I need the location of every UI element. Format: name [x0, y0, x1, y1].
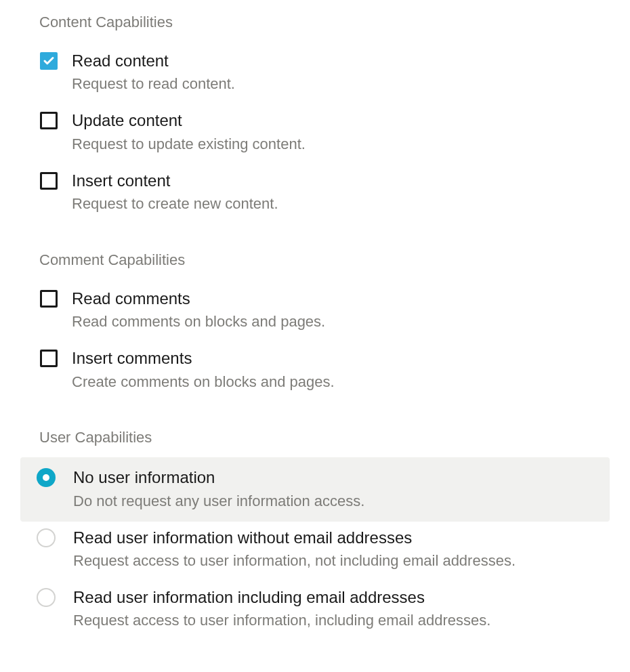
read-comments-text: Read comments Read comments on blocks an… — [72, 288, 610, 333]
insert-comments-text: Insert comments Create comments on block… — [72, 348, 610, 392]
comment-capabilities-header: Comment Capabilities — [20, 251, 610, 269]
read-user-with-email-desc: Request access to user information, incl… — [73, 610, 610, 631]
read-user-with-email-text: Read user information including email ad… — [73, 587, 610, 631]
insert-content-desc: Request to create new content. — [72, 193, 610, 215]
update-content-title: Update content — [72, 110, 610, 131]
read-content-checkbox[interactable] — [39, 51, 58, 70]
check-icon — [43, 55, 55, 67]
no-user-info-title: No user information — [73, 467, 610, 488]
read-comments-desc: Read comments on blocks and pages. — [72, 311, 610, 333]
read-user-no-email-radio[interactable] — [37, 528, 56, 547]
read-comments-title: Read comments — [72, 288, 610, 310]
read-user-no-email-desc: Request access to user information, not … — [73, 550, 610, 572]
insert-content-text: Insert content Request to create new con… — [72, 170, 610, 215]
update-content-text: Update content Request to update existin… — [72, 110, 610, 154]
read-user-with-email-radio[interactable] — [37, 588, 56, 607]
insert-content-title: Insert content — [72, 170, 610, 192]
insert-comments-title: Insert comments — [72, 348, 610, 369]
user-capabilities-header: User Capabilities — [20, 429, 610, 446]
read-user-with-email-option[interactable]: Read user information including email ad… — [20, 583, 610, 642]
update-content-checkbox[interactable] — [39, 111, 58, 130]
insert-comments-checkbox[interactable] — [39, 349, 58, 368]
read-content-text: Read content Request to read content. — [72, 50, 610, 95]
read-user-no-email-text: Read user information without email addr… — [73, 527, 610, 572]
read-content-desc: Request to read content. — [72, 73, 610, 95]
insert-comments-desc: Create comments on blocks and pages. — [72, 371, 610, 393]
comment-capabilities-section: Comment Capabilities Read comments Read … — [20, 251, 610, 404]
content-capabilities-header: Content Capabilities — [20, 14, 610, 31]
no-user-info-option[interactable]: No user information Do not request any u… — [20, 457, 610, 521]
read-user-no-email-option[interactable]: Read user information without email addr… — [20, 523, 610, 583]
read-user-no-email-title: Read user information without email addr… — [73, 527, 610, 549]
read-comments-option[interactable]: Read comments Read comments on blocks an… — [20, 284, 610, 343]
no-user-info-radio[interactable] — [37, 468, 56, 487]
no-user-info-desc: Do not request any user information acce… — [73, 490, 610, 512]
insert-comments-option[interactable]: Insert comments Create comments on block… — [20, 343, 610, 403]
no-user-info-text: No user information Do not request any u… — [73, 467, 610, 511]
update-content-option[interactable]: Update content Request to update existin… — [20, 106, 610, 165]
read-content-title: Read content — [72, 50, 610, 72]
read-user-with-email-title: Read user information including email ad… — [73, 587, 610, 608]
user-capabilities-section: User Capabilities No user information Do… — [20, 429, 610, 642]
insert-content-option[interactable]: Insert content Request to create new con… — [20, 166, 610, 226]
update-content-desc: Request to update existing content. — [72, 133, 610, 155]
insert-content-checkbox[interactable] — [39, 171, 58, 190]
read-content-option[interactable]: Read content Request to read content. — [20, 46, 610, 106]
read-comments-checkbox[interactable] — [39, 289, 58, 308]
content-capabilities-section: Content Capabilities Read content Reques… — [20, 14, 610, 226]
